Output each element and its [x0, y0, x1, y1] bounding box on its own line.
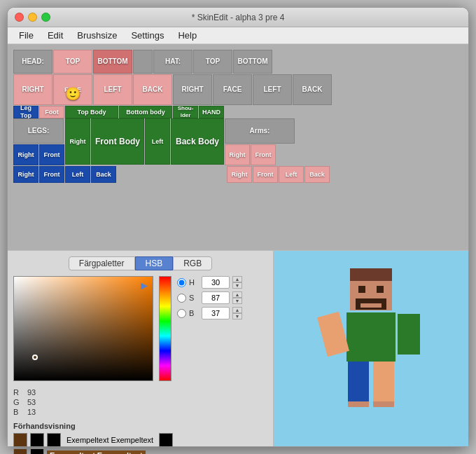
arm-front[interactable]: Front — [251, 144, 276, 165]
head-bottom[interactable]: BOTTOM — [93, 50, 132, 74]
hat-label: HAT: — [153, 50, 192, 74]
leg-right2[interactable]: Right — [13, 166, 38, 183]
legs-label: LEGS: — [13, 118, 64, 144]
hat-left[interactable]: LEFT — [253, 74, 292, 105]
body-left-side[interactable]: Left — [145, 118, 170, 165]
bottom-body-label: Bottom body — [119, 106, 172, 118]
head-right[interactable]: RIGHT — [13, 74, 52, 105]
b-stepper: ▲ ▼ — [232, 307, 242, 319]
arm-back2[interactable]: Back — [304, 166, 330, 183]
swatch-1 — [13, 433, 27, 447]
b-up[interactable]: ▲ — [232, 307, 242, 313]
s-up[interactable]: ▲ — [232, 291, 242, 298]
titlebar: * SkinEdit - alpha 3 pre 4 — [8, 8, 468, 27]
minimize-button[interactable] — [28, 13, 37, 22]
main-window: * SkinEdit - alpha 3 pre 4 File Edit Bru… — [7, 7, 469, 447]
menu-file[interactable]: File — [13, 29, 39, 42]
arm-right[interactable]: Right — [225, 144, 250, 165]
swatch-2 — [30, 433, 44, 447]
char-body — [346, 312, 396, 362]
rgb-display: R 93 G 53 B 13 — [13, 388, 153, 418]
leg-right[interactable]: Right — [13, 144, 38, 165]
arm-right2[interactable]: Right — [227, 166, 252, 183]
char-leg-right — [373, 362, 394, 404]
h-label: H — [189, 278, 199, 287]
tab-rgb[interactable]: RGB — [173, 256, 212, 270]
preview-label: Förhandsvisning — [13, 422, 267, 430]
char-mouth — [360, 303, 382, 308]
back-body[interactable]: Back Body — [171, 118, 224, 165]
tab-hsb[interactable]: HSB — [135, 256, 174, 270]
char-leg-left — [348, 362, 369, 404]
b-value: 13 — [27, 408, 36, 416]
g-label: G — [13, 398, 23, 406]
h-stepper: ▲ ▼ — [232, 276, 242, 289]
b-label: B — [189, 309, 199, 317]
color-gradient[interactable]: ► — [13, 276, 153, 381]
char-arm-right — [398, 314, 420, 355]
tab-fargpaletter[interactable]: Färgpaletter — [69, 256, 135, 270]
color-arrow-icon: ► — [139, 280, 150, 292]
front-body[interactable]: Front Body — [91, 118, 144, 165]
swatch-4 — [159, 433, 173, 447]
hat-back[interactable]: BACK — [293, 74, 332, 105]
arms-label: Arms: — [225, 118, 295, 144]
arm-front2[interactable]: Front — [253, 166, 278, 183]
h-input[interactable] — [202, 276, 230, 289]
s-input[interactable] — [202, 291, 230, 304]
leg-front[interactable]: Front — [39, 144, 64, 165]
preview-row-2: Exempeltext Exempeltext — [13, 448, 267, 454]
char-foot-left — [348, 401, 369, 407]
char-eye-left — [358, 286, 365, 293]
hat-right[interactable]: RIGHT — [173, 74, 212, 105]
color-picker-area: ► R 93 G 53 B 13 — [13, 276, 267, 418]
window-title: * SkinEdit - alpha 3 pre 4 — [192, 13, 285, 22]
char-foot-right — [373, 401, 394, 407]
hat-bottom[interactable]: BOTTOM — [233, 50, 272, 74]
hsb-controls: H ▲ ▼ S ▲ ▼ — [177, 276, 242, 418]
r-label: R — [13, 388, 23, 397]
preview-row-1: Exempeltext Exempeltext — [13, 433, 267, 447]
b-radio[interactable] — [177, 309, 186, 318]
menu-edit[interactable]: Edit — [42, 29, 69, 42]
gap1 — [133, 50, 153, 74]
menu-help[interactable]: Help — [172, 29, 202, 42]
skin-editor: HEAD: TOP BOTTOM HAT: TOP BOTTOM RIGHT F… — [8, 44, 468, 250]
color-picker-dot[interactable] — [32, 355, 38, 360]
g-value: 53 — [27, 398, 36, 406]
preview-text-2: Exempeltext Exempeltext — [47, 450, 146, 454]
b-input[interactable] — [202, 307, 230, 319]
s-down[interactable]: ▼ — [232, 298, 242, 304]
menu-settings[interactable]: Settings — [125, 29, 169, 42]
preview-section: Förhandsvisning Exempeltext Exempeltext … — [13, 422, 267, 454]
leg-top-label: Leg Top — [13, 106, 38, 118]
h-radio[interactable] — [177, 278, 186, 287]
head-left[interactable]: LEFT — [93, 74, 132, 105]
maximize-button[interactable] — [41, 13, 50, 22]
h-down[interactable]: ▼ — [232, 282, 242, 289]
body-right-side[interactable]: Right — [65, 118, 90, 165]
arm-left2[interactable]: Left — [279, 166, 304, 183]
preview-swatches: Exempeltext Exempeltext Exempeltext Exem… — [13, 433, 267, 454]
head-top[interactable]: TOP — [53, 50, 92, 74]
menu-brushsize[interactable]: Brushsize — [71, 29, 122, 42]
hat-face[interactable]: FACE — [213, 74, 252, 105]
leg-left2[interactable]: Left — [65, 166, 90, 183]
s-radio[interactable] — [177, 294, 186, 303]
color-spectrum[interactable] — [159, 276, 172, 381]
head-back[interactable]: BACK — [133, 74, 172, 105]
head-face[interactable]: FACE 🙂 — [53, 74, 92, 105]
traffic-lights — [15, 13, 50, 22]
char-hair-top — [350, 268, 392, 281]
h-up[interactable]: ▲ — [232, 276, 242, 282]
b-label: B — [13, 408, 23, 416]
preview-3d — [274, 251, 468, 446]
leg-front2[interactable]: Front — [39, 166, 64, 183]
b-down[interactable]: ▼ — [232, 313, 242, 319]
hand-label: HAND — [199, 106, 224, 118]
r-value: 93 — [27, 388, 36, 397]
close-button[interactable] — [15, 13, 24, 22]
tab-bar: Färgpaletter HSB RGB — [13, 256, 267, 270]
hat-top[interactable]: TOP — [193, 50, 232, 74]
leg-back2[interactable]: Back — [91, 166, 116, 183]
